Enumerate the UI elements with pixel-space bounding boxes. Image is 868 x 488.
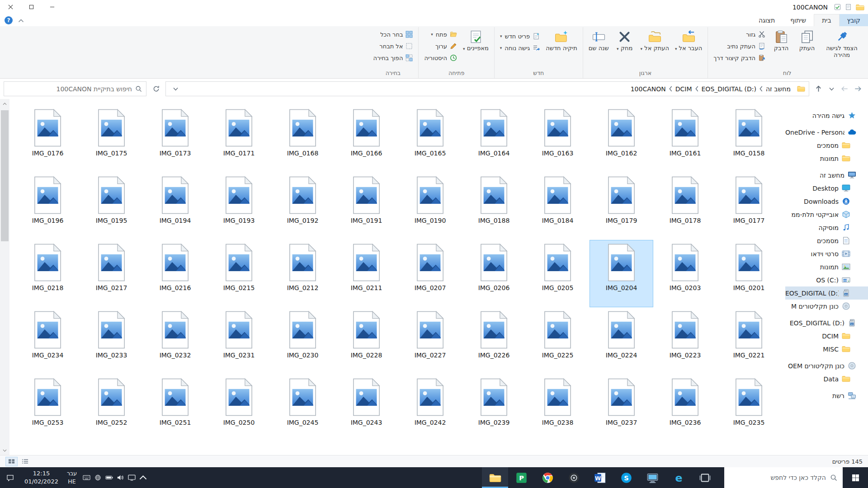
new-folder-button[interactable]: תיקיה חדשה: [543, 28, 580, 53]
nav-item[interactable]: כונן תקליטורים OEM: [785, 359, 868, 372]
details-view-button[interactable]: [19, 457, 31, 466]
minimize-button[interactable]: [42, 0, 62, 14]
file-item[interactable]: IMG_0251: [143, 375, 207, 442]
file-item[interactable]: IMG_0215: [207, 240, 271, 307]
back-button[interactable]: [851, 82, 864, 96]
rename-button[interactable]: שנה שם: [586, 28, 612, 53]
nav-item[interactable]: תמונות: [785, 152, 868, 165]
file-item[interactable]: IMG_0162: [590, 105, 653, 173]
file-item[interactable]: IMG_0252: [80, 375, 143, 442]
taskbar-green-app[interactable]: P: [508, 467, 534, 488]
file-item[interactable]: IMG_0165: [398, 105, 462, 173]
scroll-down-button[interactable]: [0, 446, 9, 455]
file-item[interactable]: IMG_0203: [653, 240, 717, 307]
tray-battery[interactable]: [104, 467, 115, 488]
file-item[interactable]: IMG_0242: [398, 375, 462, 442]
nav-item[interactable]: גישה מהירה: [785, 109, 868, 122]
file-item[interactable]: IMG_0178: [653, 173, 717, 240]
refresh-button[interactable]: [149, 82, 163, 96]
breadcrumb-item[interactable]: מחשב זה: [763, 85, 793, 93]
file-item[interactable]: IMG_0211: [335, 240, 398, 307]
nav-item[interactable]: סרטי וידאו: [785, 247, 868, 260]
file-item[interactable]: IMG_0234: [16, 307, 80, 375]
file-item[interactable]: IMG_0253: [16, 375, 80, 442]
select-all-button[interactable]: בחר הכל: [370, 28, 415, 40]
tray-volume[interactable]: [115, 467, 126, 488]
nav-item[interactable]: תמונות: [785, 260, 868, 273]
file-item[interactable]: IMG_0184: [526, 173, 590, 240]
open-button[interactable]: פתח▾: [421, 28, 460, 40]
scrollbar-thumb[interactable]: [1, 110, 9, 241]
file-item[interactable]: IMG_0192: [271, 173, 335, 240]
file-item[interactable]: IMG_0227: [398, 307, 462, 375]
qat-new-folder-button[interactable]: [832, 2, 843, 13]
file-item[interactable]: IMG_0194: [143, 173, 207, 240]
tray-network[interactable]: [92, 467, 104, 488]
move-to-button[interactable]: העבר אל ▾: [672, 28, 705, 53]
breadcrumb-item[interactable]: EOS_DIGITAL (D:): [699, 85, 759, 93]
taskbar-pc-app[interactable]: [639, 467, 665, 488]
file-item[interactable]: IMG_0226: [462, 307, 526, 375]
thumbnails-view-button[interactable]: [5, 457, 18, 466]
address-bar[interactable]: מחשב זהEOS_DIGITAL (D:)DCIM100CANON: [165, 81, 809, 96]
taskbar-search-box[interactable]: [724, 467, 843, 488]
copy-path-button[interactable]: העתק נתיב: [711, 40, 768, 52]
file-item[interactable]: IMG_0250: [207, 375, 271, 442]
edit-button[interactable]: ערוך: [421, 40, 460, 52]
file-item[interactable]: IMG_0204: [590, 240, 653, 307]
nav-item[interactable]: Desktop: [785, 182, 868, 195]
copy-to-button[interactable]: העתק אל ▾: [638, 28, 672, 53]
paste-shortcut-button[interactable]: הדבק קיצור דרך: [711, 52, 768, 64]
select-none-button[interactable]: אל תבחר: [370, 40, 415, 52]
file-item[interactable]: IMG_0196: [16, 173, 80, 240]
file-item[interactable]: IMG_0190: [398, 173, 462, 240]
file-item[interactable]: IMG_0230: [271, 307, 335, 375]
breadcrumb-item[interactable]: DCIM: [673, 85, 695, 93]
action-center-button[interactable]: [0, 474, 20, 481]
cut-button[interactable]: גזור: [711, 28, 768, 40]
nav-item[interactable]: Downloads: [785, 195, 868, 208]
file-item[interactable]: IMG_0163: [526, 105, 590, 173]
file-item[interactable]: IMG_0225: [526, 307, 590, 375]
taskbar-word[interactable]: W: [587, 467, 613, 488]
file-item[interactable]: IMG_0212: [271, 240, 335, 307]
file-item[interactable]: IMG_0238: [526, 375, 590, 442]
taskbar-clock[interactable]: 12:15 01/02/2022: [20, 469, 63, 486]
paste-button[interactable]: הדבק: [769, 28, 794, 53]
forward-button[interactable]: [838, 82, 851, 96]
file-item[interactable]: IMG_0232: [143, 307, 207, 375]
taskbar-edge[interactable]: e: [665, 467, 692, 488]
file-item[interactable]: IMG_0221: [717, 307, 781, 375]
nav-item[interactable]: רשת: [785, 389, 868, 402]
file-item[interactable]: IMG_0191: [335, 173, 398, 240]
tab-view[interactable]: תצוגה: [751, 14, 783, 26]
delete-button[interactable]: מחק ▾: [612, 28, 637, 53]
file-item[interactable]: IMG_0173: [143, 105, 207, 173]
nav-item[interactable]: מחשב זה: [785, 169, 868, 182]
properties-button[interactable]: מאפיינים ▾: [460, 28, 491, 53]
tray-touch-keyboard[interactable]: [81, 467, 92, 488]
nav-item[interactable]: OneDrive - Personal: [785, 126, 868, 139]
file-item[interactable]: IMG_0216: [143, 240, 207, 307]
help-button[interactable]: ?: [5, 16, 13, 24]
file-item[interactable]: IMG_0158: [717, 105, 781, 173]
file-item[interactable]: IMG_0236: [653, 375, 717, 442]
file-item[interactable]: IMG_0164: [462, 105, 526, 173]
file-item[interactable]: IMG_0201: [717, 240, 781, 307]
history-button[interactable]: היסטוריה: [421, 52, 460, 64]
file-item[interactable]: IMG_0188: [462, 173, 526, 240]
file-item[interactable]: IMG_0161: [653, 105, 717, 173]
vertical-scrollbar[interactable]: [0, 99, 9, 455]
nav-item[interactable]: DCIM: [785, 329, 868, 343]
file-item[interactable]: IMG_0239: [462, 375, 526, 442]
nav-item[interactable]: מסמכים: [785, 139, 868, 152]
file-item[interactable]: IMG_0179: [590, 173, 653, 240]
nav-item[interactable]: מוסיקה: [785, 221, 868, 234]
tray-wireless-display[interactable]: [126, 467, 137, 488]
maximize-button[interactable]: [21, 0, 42, 14]
start-button[interactable]: [843, 467, 868, 488]
file-item[interactable]: IMG_0177: [717, 173, 781, 240]
tab-home[interactable]: בית: [814, 14, 839, 26]
pin-to-quick-access-button[interactable]: הצמד לגישה מהירה: [820, 28, 863, 60]
file-item[interactable]: IMG_0207: [398, 240, 462, 307]
